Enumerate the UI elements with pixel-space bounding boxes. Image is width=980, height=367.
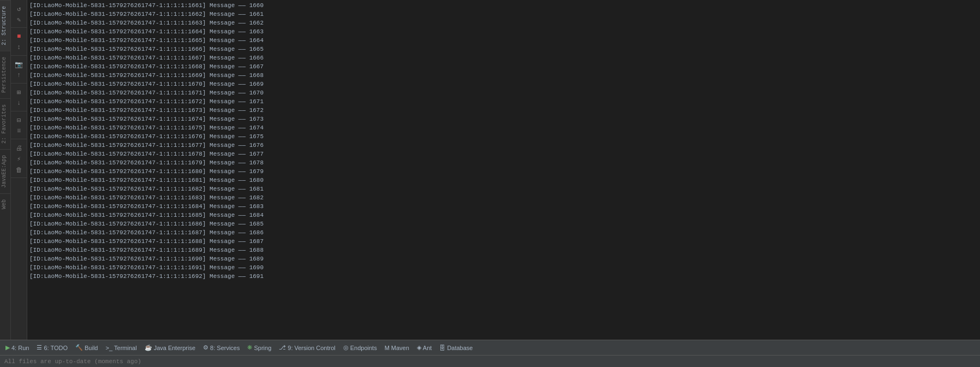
database-icon: 🗄 [439,345,445,351]
mid-icon-group-5: 🖨 ⚡ 🗑 [11,141,27,178]
toolbar-btn-label-build: Build [85,345,98,351]
log-line: [ID:LaoMo-Mobile-5831-1579276261747-1:1:… [29,263,978,272]
toolbar-btn-terminal[interactable]: >_Terminal [103,344,140,352]
left-icon-panel: ↺ ✎ ■ ↕ 📷 ↑ ⊞ ↓ ⊟ ≡ 🖨 ⚡ 🗑 [11,0,27,340]
java-enterprise-icon: ☕ [145,344,152,351]
toolbar-btn-build[interactable]: 🔨Build [72,343,101,352]
toolbar-btn-label-database: Database [447,345,473,351]
toolbar-btn-label-services: 8: Services [210,345,240,351]
print-icon[interactable]: 🖨 [13,143,26,153]
services-icon: ⚙ [203,344,208,351]
toolbar-btn-database[interactable]: 🗄Database [436,344,476,352]
log-line: [ID:LaoMo-Mobile-5831-1579276261747-1:1:… [29,45,978,54]
log-line: [ID:LaoMo-Mobile-5831-1579276261747-1:1:… [29,123,978,132]
ant-icon: ◈ [417,344,421,351]
log-line: [ID:LaoMo-Mobile-5831-1579276261747-1:1:… [29,254,978,263]
run-icon: ▶ [5,344,10,351]
log-line: [ID:LaoMo-Mobile-5831-1579276261747-1:1:… [29,228,978,237]
lightning-icon[interactable]: ⚡ [13,153,26,164]
edit-icon[interactable]: ✎ [13,14,26,25]
sidebar-tab-persistence[interactable]: Persistence [0,51,10,98]
log-line: [ID:LaoMo-Mobile-5831-1579276261747-1:1:… [29,150,978,158]
toolbar-btn-spring[interactable]: ❋Spring [244,343,274,352]
todo-icon: ☰ [37,344,42,351]
toolbar-btn-endpoints[interactable]: ◎Endpoints [340,343,380,352]
log-line: [ID:LaoMo-Mobile-5831-1579276261747-1:1:… [29,88,978,97]
log-line: [ID:LaoMo-Mobile-5831-1579276261747-1:1:… [29,27,978,36]
log-line: [ID:LaoMo-Mobile-5831-1579276261747-1:1:… [29,193,978,202]
toolbar-btn-label-ant: Ant [423,345,432,351]
toolbar-btn-label-maven: Maven [391,345,409,351]
grid-icon[interactable]: ⊞ [13,87,26,98]
log-line: [ID:LaoMo-Mobile-5831-1579276261747-1:1:… [29,237,978,246]
log-line: [ID:LaoMo-Mobile-5831-1579276261747-1:1:… [29,36,978,45]
toolbar-btn-label-run: 4: Run [11,345,29,351]
stop-icon[interactable]: ■ [13,31,26,42]
log-line: [ID:LaoMo-Mobile-5831-1579276261747-1:1:… [29,115,978,123]
list-icon[interactable]: ≡ [13,126,26,137]
status-bar: All files are up-to-date (moments ago) [0,355,980,367]
down-icon[interactable]: ↓ [13,98,26,109]
endpoints-icon: ◎ [343,344,349,351]
up-icon[interactable]: ↑ [13,70,26,81]
main-area: 2: Structure Persistence 2: Favorites Ja… [0,0,980,340]
minus-icon[interactable]: ⊟ [13,115,26,126]
mid-icon-group-2: 📷 ↑ [11,58,27,84]
log-line: [ID:LaoMo-Mobile-5831-1579276261747-1:1:… [29,141,978,150]
side-tabs: 2: Structure Persistence 2: Favorites Ja… [0,0,11,340]
mid-icon-group-4: ⊟ ≡ [11,114,27,139]
log-line: [ID:LaoMo-Mobile-5831-1579276261747-1:1:… [29,211,978,220]
toolbar-btn-maven[interactable]: MMaven [381,344,413,352]
sidebar-tab-structure[interactable]: 2: Structure [0,0,10,51]
toolbar-btn-label-terminal: Terminal [114,345,137,351]
version-control-icon: ⎇ [279,344,286,351]
log-line: [ID:LaoMo-Mobile-5831-1579276261747-1:1:… [29,202,978,211]
log-line: [ID:LaoMo-Mobile-5831-1579276261747-1:1:… [29,106,978,115]
toolbar-btn-label-todo: 6: TODO [44,345,68,351]
camera-icon[interactable]: 📷 [13,59,26,70]
toolbar-btn-label-spring: Spring [254,345,271,351]
maven-icon: M [385,345,390,351]
log-line: [ID:LaoMo-Mobile-5831-1579276261747-1:1:… [29,97,978,106]
spring-icon: ❋ [247,344,252,351]
toolbar-btn-java-enterprise[interactable]: ☕Java Enterprise [141,343,199,352]
log-line: [ID:LaoMo-Mobile-5831-1579276261747-1:1:… [29,246,978,254]
terminal-icon: >_ [106,345,113,351]
log-line: [ID:LaoMo-Mobile-5831-1579276261747-1:1:… [29,220,978,228]
log-line: [ID:LaoMo-Mobile-5831-1579276261747-1:1:… [29,272,978,281]
mid-icon-group-3: ⊞ ↓ [11,86,27,111]
log-line: [ID:LaoMo-Mobile-5831-1579276261747-1:1:… [29,54,978,62]
log-line: [ID:LaoMo-Mobile-5831-1579276261747-1:1:… [29,62,978,71]
log-line: [ID:LaoMo-Mobile-5831-1579276261747-1:1:… [29,185,978,193]
log-line: [ID:LaoMo-Mobile-5831-1579276261747-1:1:… [29,80,978,88]
sidebar-tab-favorites[interactable]: 2: Favorites [0,98,10,149]
sort-icon[interactable]: ↕ [13,42,26,53]
status-message: All files are up-to-date (moments ago) [4,358,141,365]
sidebar-tab-web[interactable]: Web [0,193,10,215]
log-line: [ID:LaoMo-Mobile-5831-1579276261747-1:1:… [29,10,978,19]
log-line: [ID:LaoMo-Mobile-5831-1579276261747-1:1:… [29,167,978,176]
toolbar-btn-todo[interactable]: ☰6: TODO [33,343,71,352]
top-icon-group: ↺ ✎ [11,2,27,28]
log-line: [ID:LaoMo-Mobile-5831-1579276261747-1:1:… [29,19,978,27]
toolbar-btn-label-endpoints: Endpoints [350,345,377,351]
build-icon: 🔨 [75,344,83,351]
toolbar-btn-label-version-control: 9: Version Control [288,345,335,351]
log-line: [ID:LaoMo-Mobile-5831-1579276261747-1:1:… [29,1,978,10]
refresh-icon[interactable]: ↺ [13,3,26,14]
log-line: [ID:LaoMo-Mobile-5831-1579276261747-1:1:… [29,176,978,185]
log-line: [ID:LaoMo-Mobile-5831-1579276261747-1:1:… [29,158,978,167]
toolbar-btn-run[interactable]: ▶4: Run [2,343,32,352]
mid-icon-group-1: ■ ↕ [11,30,27,56]
toolbar-btn-label-java-enterprise: Java Enterprise [154,345,195,351]
toolbar-btn-services[interactable]: ⚙8: Services [200,343,243,352]
sidebar-tab-javaee[interactable]: JavaEE:App [0,149,10,193]
delete-icon[interactable]: 🗑 [13,164,26,175]
log-area[interactable]: [ID:LaoMo-Mobile-5831-1579276261747-1:1:… [27,0,980,340]
log-line: [ID:LaoMo-Mobile-5831-1579276261747-1:1:… [29,71,978,80]
toolbar-btn-ant[interactable]: ◈Ant [414,343,435,352]
toolbar-btn-version-control[interactable]: ⎇9: Version Control [276,343,338,352]
log-line: [ID:LaoMo-Mobile-5831-1579276261747-1:1:… [29,132,978,141]
bottom-toolbar: ▶4: Run☰6: TODO🔨Build>_Terminal☕Java Ent… [0,340,980,355]
